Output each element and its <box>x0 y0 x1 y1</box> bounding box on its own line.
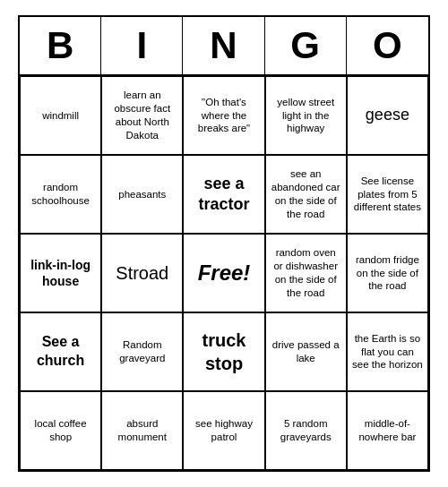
bingo-letter-n: N <box>183 17 264 74</box>
bingo-cell-19[interactable]: the Earth is so flat you can see the hor… <box>347 312 428 391</box>
bingo-cell-2[interactable]: "Oh that's where the breaks are" <box>183 76 264 155</box>
bingo-cell-8[interactable]: see an abandoned car on the side of the … <box>265 155 347 234</box>
bingo-cell-17[interactable]: truck stop <box>183 312 264 391</box>
bingo-letter-b: B <box>20 17 101 74</box>
bingo-cell-5[interactable]: random schoolhouse <box>20 155 101 234</box>
bingo-letter-g: G <box>265 17 347 74</box>
bingo-cell-14[interactable]: random fridge on the side of the road <box>347 234 428 312</box>
bingo-cell-16[interactable]: Random graveyard <box>101 312 183 391</box>
bingo-cell-12[interactable]: Free! <box>183 234 264 312</box>
bingo-cell-3[interactable]: yellow street light in the highway <box>265 76 347 155</box>
bingo-cell-10[interactable]: link-in-log house <box>20 234 101 312</box>
bingo-cell-0[interactable]: windmill <box>20 76 101 155</box>
bingo-cell-7[interactable]: see a tractor <box>183 155 264 234</box>
bingo-cell-23[interactable]: 5 random graveyards <box>265 391 347 470</box>
bingo-letter-i: I <box>101 17 183 74</box>
bingo-cell-4[interactable]: geese <box>347 76 428 155</box>
bingo-cell-18[interactable]: drive passed a lake <box>265 312 347 391</box>
bingo-cell-13[interactable]: random oven or dishwasher on the side of… <box>265 234 347 312</box>
bingo-header: BINGO <box>20 17 428 76</box>
bingo-cell-6[interactable]: pheasants <box>101 155 183 234</box>
bingo-cell-20[interactable]: local coffee shop <box>20 391 101 470</box>
bingo-cell-9[interactable]: See license plates from 5 different stat… <box>347 155 428 234</box>
bingo-grid: windmilllearn an obscure fact about Nort… <box>20 76 428 470</box>
bingo-letter-o: O <box>347 17 428 74</box>
bingo-card: BINGO windmilllearn an obscure fact abou… <box>18 15 430 472</box>
bingo-cell-24[interactable]: middle-of-nowhere bar <box>347 391 428 470</box>
bingo-cell-11[interactable]: Stroad <box>101 234 183 312</box>
bingo-cell-1[interactable]: learn an obscure fact about North Dakota <box>101 76 183 155</box>
bingo-cell-21[interactable]: absurd monument <box>101 391 183 470</box>
bingo-cell-15[interactable]: See a church <box>20 312 101 391</box>
bingo-cell-22[interactable]: see highway patrol <box>183 391 264 470</box>
